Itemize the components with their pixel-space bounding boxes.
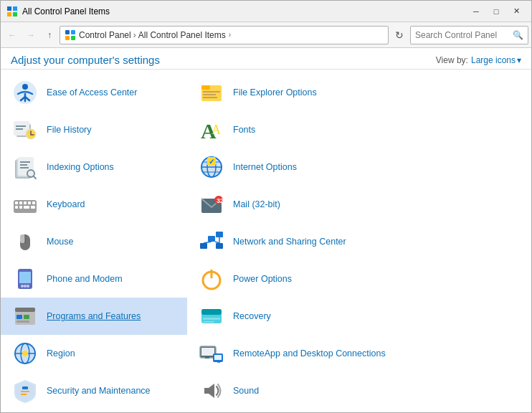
cp-item-sound[interactable]: Sound [187,372,531,409]
search-input[interactable] [415,30,513,40]
cp-item-recovery[interactable]: Recovery [187,298,531,335]
folder-icon [65,29,76,41]
svg-rect-79 [201,309,222,315]
cp-item-internet-options[interactable]: ✓ Internet Options [187,148,531,186]
fonts-label: Fonts [233,124,255,136]
cp-item-mouse[interactable]: Mouse [1,223,187,260]
svg-rect-14 [201,85,210,90]
remoteapp-icon [197,339,226,368]
cp-item-keyboard[interactable]: Keyboard [1,186,187,223]
path-part-1[interactable]: Control Panel [79,30,131,40]
fonts-icon: A A [197,115,226,144]
svg-rect-81 [203,321,214,323]
path-part-2[interactable]: All Control Panel Items [138,30,226,40]
svg-rect-92 [214,355,222,360]
svg-rect-6 [65,36,70,40]
svg-rect-67 [19,272,31,283]
svg-rect-47 [32,201,35,204]
restore-button[interactable]: □ [487,4,505,19]
svg-rect-1 [13,6,17,11]
svg-rect-7 [71,36,75,40]
cp-item-mail[interactable]: 32 Mail (32-bit) [187,186,531,223]
svg-line-63 [204,242,212,243]
indexing-options-label: Indexing Options [47,161,114,173]
cp-item-region[interactable]: Region [1,335,187,372]
cp-item-programs-features[interactable]: Programs and Features [1,298,187,335]
cp-item-indexing-options[interactable]: Indexing Options [1,148,187,186]
svg-rect-89 [201,348,214,356]
forward-button[interactable]: → [22,27,39,44]
svg-rect-61 [216,243,223,249]
keyboard-icon [11,190,39,219]
back-button[interactable]: ← [4,27,21,44]
page-title: Adjust your computer's settings [11,54,160,66]
cp-item-phone-modem[interactable]: Phone and Modem [1,260,187,298]
address-bar: ← → ↑ Control Panel › All Control Panel … [1,22,531,48]
svg-rect-22 [16,128,23,130]
programs-features-icon [11,302,39,331]
items-container[interactable]: Ease of Access Center File Explorer Opti… [1,70,531,413]
up-button[interactable]: ↑ [41,27,58,44]
phone-modem-label: Phone and Modem [47,273,123,285]
app-icon [6,6,18,17]
cp-item-security-maintenance[interactable]: Security and Maintenance [1,372,187,409]
window-controls: ─ □ ✕ [467,4,526,19]
svg-rect-80 [203,318,220,320]
file-explorer-options-label: File Explorer Options [233,87,317,98]
mouse-icon [11,227,39,256]
svg-rect-51 [31,206,35,209]
svg-marker-97 [204,384,214,398]
refresh-button[interactable]: ↻ [390,26,409,44]
svg-rect-62 [216,232,223,237]
svg-rect-60 [208,236,215,242]
view-by-control: View by: Large icons ▾ [436,55,521,65]
minimize-button[interactable]: ─ [467,4,485,19]
svg-rect-50 [24,206,29,209]
svg-rect-31 [20,167,29,168]
svg-point-70 [27,285,29,288]
svg-rect-49 [19,206,22,209]
address-path[interactable]: Control Panel › All Control Panel Items … [60,26,389,44]
svg-text:32: 32 [217,197,224,204]
cp-item-file-history[interactable]: File History [1,111,187,148]
svg-rect-28 [18,157,34,176]
svg-rect-76 [24,315,29,319]
recovery-label: Recovery [233,310,271,322]
close-button[interactable]: ✕ [507,4,526,19]
svg-rect-59 [200,243,207,249]
chevron-down-icon: ▾ [517,55,521,65]
cp-item-remoteapp[interactable]: RemoteApp and Desktop Connections [187,335,531,372]
mail-label: Mail (32-bit) [233,199,280,210]
svg-rect-48 [15,206,18,209]
keyboard-label: Keyboard [47,199,85,210]
svg-rect-16 [203,94,216,95]
items-grid: Ease of Access Center File Explorer Opti… [1,74,531,409]
cp-item-ease-of-access[interactable]: Ease of Access Center [1,74,187,111]
network-sharing-icon [197,227,226,256]
svg-point-69 [24,285,27,288]
cp-item-power-options[interactable]: Power Options [187,260,531,298]
cp-item-file-explorer-options[interactable]: File Explorer Options [187,74,531,111]
search-box[interactable]: 🔍 [410,26,528,44]
file-explorer-options-icon [197,78,226,107]
svg-rect-57 [20,234,25,243]
view-by-dropdown[interactable]: Large icons ▾ [471,55,521,65]
svg-line-33 [34,176,37,179]
svg-rect-21 [16,125,26,127]
cp-item-network-sharing[interactable]: Network and Sharing Center [187,223,531,260]
internet-options-icon: ✓ [197,153,226,181]
svg-text:✓: ✓ [209,158,214,166]
path-chevron: › [229,31,231,39]
cp-item-fonts[interactable]: A A Fonts [187,111,531,148]
phone-modem-icon [11,265,39,293]
remoteapp-label: RemoteApp and Desktop Connections [233,348,386,359]
sound-label: Sound [233,385,259,397]
indexing-options-icon [11,153,39,181]
svg-line-64 [215,242,219,243]
svg-rect-3 [13,12,17,16]
svg-rect-17 [203,97,217,98]
main-area: Adjust your computer's settings View by:… [1,48,531,413]
svg-rect-96 [22,386,28,389]
content-header: Adjust your computer's settings View by:… [1,48,531,70]
power-options-icon [197,265,226,293]
